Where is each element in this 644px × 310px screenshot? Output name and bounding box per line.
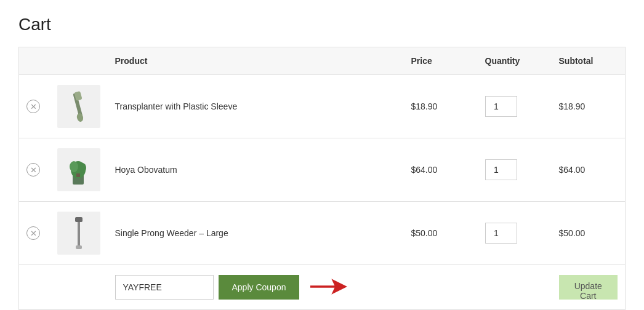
col-header-subtotal: Subtotal — [552, 47, 626, 75]
product-price: $64.00 — [411, 165, 438, 175]
svg-point-2 — [76, 113, 84, 122]
col-header-price: Price — [404, 47, 478, 75]
col-header-quantity: Quantity — [478, 47, 552, 75]
quantity-input[interactable] — [485, 96, 517, 117]
coupon-input[interactable] — [115, 275, 214, 300]
update-cart-button[interactable]: Update Cart — [559, 275, 618, 300]
svg-rect-8 — [78, 218, 80, 248]
close-icon: ✕ — [30, 103, 37, 111]
remove-item-button[interactable]: ✕ — [26, 226, 40, 240]
table-row: ✕ Hoya — [19, 138, 626, 202]
close-icon: ✕ — [30, 229, 37, 237]
table-row: ✕ Single Prong Weeder – Large — [19, 202, 626, 265]
remove-item-button[interactable]: ✕ — [26, 100, 40, 113]
product-name: Transplanter with Plastic Sleeve — [115, 101, 238, 111]
remove-item-button[interactable]: ✕ — [26, 163, 40, 177]
product-subtotal: $50.00 — [559, 228, 586, 238]
quantity-input[interactable] — [485, 223, 517, 244]
svg-marker-11 — [310, 279, 347, 295]
arrow-indicator — [310, 277, 347, 298]
close-icon: ✕ — [30, 166, 37, 174]
product-image — [57, 85, 100, 128]
col-header-remove — [19, 47, 50, 75]
product-price: $50.00 — [411, 228, 438, 238]
svg-point-6 — [79, 163, 86, 173]
product-subtotal: $64.00 — [559, 165, 586, 175]
svg-rect-10 — [75, 217, 83, 222]
svg-rect-9 — [76, 245, 82, 249]
svg-point-5 — [70, 161, 78, 172]
page-title: Cart — [18, 15, 626, 34]
product-image — [57, 212, 100, 255]
product-image — [57, 148, 100, 191]
svg-rect-7 — [76, 173, 80, 177]
col-header-product: Product — [108, 47, 404, 75]
apply-coupon-button[interactable]: Apply Coupon — [219, 275, 300, 300]
col-header-image — [50, 47, 108, 75]
product-name: Single Prong Weeder – Large — [115, 228, 228, 238]
product-name: Hoya Obovatum — [115, 165, 177, 175]
product-price: $18.90 — [411, 101, 438, 111]
quantity-input[interactable] — [485, 159, 517, 180]
product-subtotal: $18.90 — [559, 101, 586, 111]
coupon-section: Apply Coupon — [115, 275, 470, 300]
cart-table: Product Price Quantity Subtotal ✕ — [18, 47, 626, 310]
table-row: ✕ Transplanter with Plastic Sleeve — [19, 75, 626, 138]
